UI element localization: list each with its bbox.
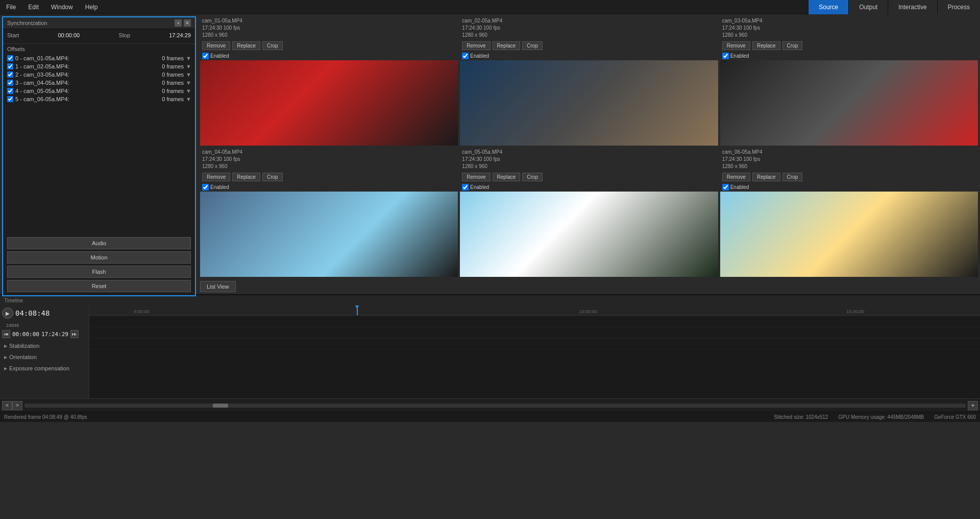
camera-grid-area: cam_01-05a.MP4 17:24:30 100 fps 1280 x 9… xyxy=(198,14,980,294)
stop-value: 17:24:29 xyxy=(169,32,191,38)
cam3-enabled-checkbox[interactable] xyxy=(722,53,729,59)
playhead-head xyxy=(355,305,360,309)
tab-process[interactable]: Process xyxy=(937,0,980,14)
cam4-crop-btn[interactable]: Crop xyxy=(262,173,283,181)
cam1-replace-btn[interactable]: Replace xyxy=(232,41,260,50)
menu-file[interactable]: File xyxy=(0,2,22,13)
scrollbar-thumb[interactable] xyxy=(213,404,228,408)
tab-interactive[interactable]: Interactive xyxy=(888,0,937,14)
timeline-label: Timeline xyxy=(4,298,23,303)
orientation-chevron-icon: ▶ xyxy=(4,355,7,360)
camera-resolution-2: 1280 x 960 xyxy=(462,32,716,39)
cam5-remove-btn[interactable]: Remove xyxy=(462,173,490,181)
cam2-replace-btn[interactable]: Replace xyxy=(493,41,521,50)
playhead[interactable] xyxy=(357,305,358,315)
offset-name-4: 4 - cam_05-05a.MP4: xyxy=(15,88,151,94)
ruler-mark-1: 10:00:00 xyxy=(579,309,597,315)
offset-row-4: 4 - cam_05-05a.MP4: 0 frames ▼ xyxy=(7,87,191,95)
track-orientation[interactable]: ▶ Orientation xyxy=(0,351,89,363)
menu-window[interactable]: Window xyxy=(45,2,79,13)
cam3-remove-btn[interactable]: Remove xyxy=(722,41,750,50)
motion-button[interactable]: Motion xyxy=(7,251,191,264)
top-tabs: Source Output Interactive Process xyxy=(808,0,980,14)
offset-row-3: 3 - cam_04-05a.MP4: 0 frames ▼ xyxy=(7,79,191,87)
camera-filename-1: cam_01-05a.MP4 xyxy=(202,17,456,25)
status-bar: Rendered frame 04:08:48 @ 40.8fps Stitch… xyxy=(0,412,980,422)
camera-filename-4: cam_04-05a.MP4 xyxy=(202,149,456,156)
camera-header-6: cam_06-05a.MP4 17:24:30 100 fps 1280 x 9… xyxy=(720,148,978,171)
sync-panel-float-btn[interactable]: ▪ xyxy=(175,19,182,27)
status-right: Stitched size: 1024x512 GPU Memory usage… xyxy=(774,414,976,420)
cam3-enabled-row: Enabled xyxy=(720,52,978,60)
cam6-replace-btn[interactable]: Replace xyxy=(752,173,780,181)
cam1-enabled-checkbox[interactable] xyxy=(202,53,209,59)
offset-val-3: 0 frames xyxy=(153,80,184,86)
flash-button[interactable]: Flash xyxy=(7,266,191,278)
tab-output[interactable]: Output xyxy=(848,0,888,14)
list-view-button[interactable]: List View xyxy=(200,281,236,292)
offset-arrow-0: ▼ xyxy=(186,55,191,61)
menu-edit[interactable]: Edit xyxy=(22,2,45,13)
sync-panel: Synchronization ▪ ✕ Start 00:00:00 Stop … xyxy=(2,16,196,296)
offset-checkbox-0[interactable] xyxy=(7,55,13,61)
track-stabilization[interactable]: ▶ Stabilization xyxy=(0,340,89,351)
camera-controls-1: Remove Replace Crop xyxy=(200,40,458,52)
cam1-crop-btn[interactable]: Crop xyxy=(262,41,283,50)
cam5-replace-btn[interactable]: Replace xyxy=(493,173,521,181)
exposure-chevron-icon: ▶ xyxy=(4,366,7,371)
cam4-enabled-label: Enabled xyxy=(210,184,229,190)
camera-cell-5: cam_05-05a.MP4 17:24:30 100 fps 1280 x 9… xyxy=(460,148,718,277)
offsets-section: Offsets 0 - cam_01-05a.MP4: 0 frames ▼ 1… xyxy=(3,44,195,234)
cam4-replace-btn[interactable]: Replace xyxy=(232,173,260,181)
timeline-scrollbar[interactable] xyxy=(24,404,966,408)
go-end-button[interactable]: ⏭ xyxy=(70,330,79,338)
offset-checkbox-5[interactable] xyxy=(7,96,13,102)
sync-panel-titlebar: Synchronization ▪ ✕ xyxy=(3,17,195,29)
offset-checkbox-3[interactable] xyxy=(7,80,13,86)
gpu-model-status: GeForce GTX 660 xyxy=(934,414,976,420)
sync-panel-title: Synchronization xyxy=(7,20,47,26)
zoom-in-button[interactable]: + xyxy=(968,401,978,410)
camera-timecode-4: 17:24:30 100 fps xyxy=(202,156,456,163)
camera-thumb-4 xyxy=(200,192,458,277)
cam3-crop-btn[interactable]: Crop xyxy=(782,41,803,50)
audio-button[interactable]: Audio xyxy=(7,237,191,249)
track-exposure[interactable]: ▶ Exposure compensation xyxy=(0,363,89,374)
offset-val-2: 0 frames xyxy=(153,72,184,78)
scroll-right-button[interactable]: > xyxy=(12,401,22,410)
offset-checkbox-2[interactable] xyxy=(7,72,13,78)
go-start-button[interactable]: ⏮ xyxy=(2,330,10,338)
play-button[interactable]: ▶ xyxy=(2,308,13,319)
scroll-left-button[interactable]: < xyxy=(2,401,12,410)
sync-panel-close-btn[interactable]: ✕ xyxy=(184,19,191,27)
cam4-enabled-checkbox[interactable] xyxy=(202,184,209,191)
camera-cell-2: cam_02-05a.MP4 17:24:30 100 fps 1280 x 9… xyxy=(460,16,718,146)
camera-header-5: cam_05-05a.MP4 17:24:30 100 fps 1280 x 9… xyxy=(460,148,718,171)
cam2-crop-btn[interactable]: Crop xyxy=(522,41,543,50)
tab-source[interactable]: Source xyxy=(808,0,848,14)
timeline-ruler[interactable]: 5:00:00 10:00:00 15:00:00 xyxy=(89,305,980,316)
cam2-remove-btn[interactable]: Remove xyxy=(462,41,490,50)
reset-button[interactable]: Reset xyxy=(7,280,191,292)
cam6-remove-btn[interactable]: Remove xyxy=(722,173,750,181)
camera-timecode-5: 17:24:30 100 fps xyxy=(462,156,716,163)
cam5-crop-btn[interactable]: Crop xyxy=(522,173,543,181)
offset-checkbox-1[interactable] xyxy=(7,63,13,69)
cam2-enabled-checkbox[interactable] xyxy=(462,53,469,59)
offset-name-1: 1 - cam_02-05a.MP4: xyxy=(15,63,151,69)
offset-row-0: 0 - cam_01-05a.MP4: 0 frames ▼ xyxy=(7,54,191,62)
cam6-crop-btn[interactable]: Crop xyxy=(782,173,803,181)
camera-thumb-3 xyxy=(720,60,978,146)
offset-checkbox-4[interactable] xyxy=(7,88,13,94)
cam1-remove-btn[interactable]: Remove xyxy=(202,41,230,50)
offset-name-5: 5 - cam_06-05a.MP4: xyxy=(15,96,151,102)
cam6-enabled-checkbox[interactable] xyxy=(722,184,729,191)
bottom-controls: < > + xyxy=(0,398,980,412)
offsets-title: Offsets xyxy=(7,46,191,52)
track-row-stabilization xyxy=(89,316,980,327)
cam2-enabled-label: Enabled xyxy=(470,53,489,59)
menu-help[interactable]: Help xyxy=(79,2,104,13)
cam4-remove-btn[interactable]: Remove xyxy=(202,173,230,181)
cam5-enabled-checkbox[interactable] xyxy=(462,184,469,191)
cam3-replace-btn[interactable]: Replace xyxy=(752,41,780,50)
